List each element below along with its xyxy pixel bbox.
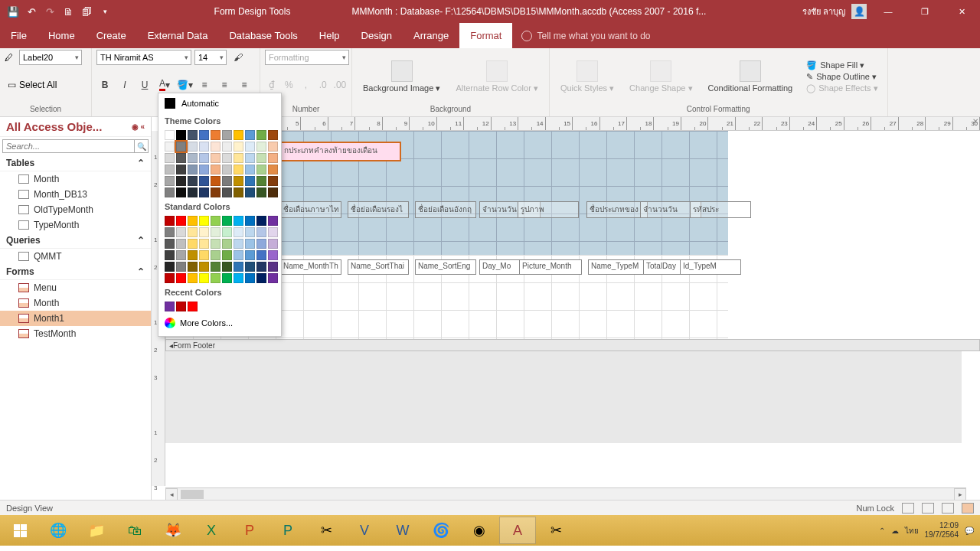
color-swatch[interactable] (245, 250, 255, 260)
color-swatch[interactable] (245, 216, 255, 226)
color-swatch[interactable] (268, 142, 278, 152)
color-swatch[interactable] (199, 165, 209, 174)
tell-me-search[interactable]: Tell me what you want to do (512, 23, 650, 48)
color-swatch[interactable] (188, 153, 198, 163)
color-swatch[interactable] (234, 273, 243, 283)
select-all-button[interactable]: ▭Select All (5, 78, 87, 92)
color-swatch[interactable] (222, 250, 232, 260)
nav-pane-header[interactable]: All Access Obje...◉ « (0, 117, 151, 137)
close-button[interactable]: ✕ (946, 0, 977, 23)
color-swatch[interactable] (256, 130, 266, 140)
color-swatch[interactable] (245, 227, 255, 237)
detail-field[interactable]: Name_TypeM (588, 259, 649, 275)
color-swatch[interactable] (199, 216, 209, 226)
menu-design[interactable]: Design (351, 23, 403, 48)
taskbar-excel[interactable]: X (193, 517, 230, 544)
menu-format[interactable]: Format (459, 23, 512, 48)
color-swatch[interactable] (176, 176, 186, 186)
color-swatch[interactable] (188, 239, 198, 249)
taskbar-visio[interactable]: V (346, 517, 383, 544)
nav-item-month1[interactable]: Month1 (0, 311, 151, 326)
color-swatch[interactable] (211, 239, 220, 249)
color-swatch[interactable] (234, 176, 243, 186)
color-automatic[interactable]: Automatic (158, 93, 281, 113)
color-swatch[interactable] (165, 227, 175, 237)
shape-fill-button[interactable]: 🪣Shape Fill ▾ (806, 60, 877, 70)
color-swatch[interactable] (256, 227, 266, 237)
selected-label[interactable]: กประเภทคำลงท้ายของเดือน (280, 142, 401, 161)
color-swatch[interactable] (188, 176, 198, 186)
taskbar-firefox[interactable]: 🦊 (155, 517, 191, 544)
color-swatch[interactable] (199, 250, 209, 260)
color-swatch[interactable] (234, 187, 243, 197)
detail-field[interactable]: Name_SortThai (348, 259, 409, 275)
color-swatch[interactable] (222, 227, 232, 237)
color-swatch[interactable] (234, 216, 243, 226)
color-swatch[interactable] (188, 216, 198, 226)
nav-search[interactable]: 🔍 (2, 139, 149, 153)
font-color-button[interactable]: A▾ (156, 77, 173, 93)
color-swatch[interactable] (165, 142, 175, 152)
form-footer-bar[interactable]: ◂ Form Footer (165, 339, 980, 351)
nav-item-month[interactable]: Month (0, 171, 151, 187)
header-label[interactable]: รูปภาพ (518, 201, 579, 218)
taskbar-snip2[interactable]: ✂ (537, 517, 574, 544)
color-swatch[interactable] (165, 165, 175, 174)
undo-icon[interactable]: ↶ (23, 3, 40, 20)
color-swatch[interactable] (188, 187, 198, 197)
tray-onedrive-icon[interactable]: ☁ (891, 527, 899, 535)
scroll-thumb[interactable] (181, 490, 204, 499)
color-swatch[interactable] (211, 187, 220, 197)
minimize-button[interactable]: — (873, 0, 903, 23)
color-swatch[interactable] (165, 153, 175, 163)
taskbar-edge[interactable]: 🌀 (423, 517, 459, 544)
italic-button[interactable]: I (116, 77, 133, 93)
header-label[interactable]: ชื่อย่อเดือนอังกฤ (415, 201, 476, 218)
menu-external-data[interactable]: External Data (137, 23, 219, 48)
color-swatch[interactable] (211, 176, 220, 186)
tray-lang[interactable]: ไทย (905, 525, 919, 536)
conditional-formatting-button[interactable]: Conditional Formatting (702, 57, 799, 96)
form-view-button[interactable] (902, 503, 914, 514)
color-swatch[interactable] (268, 130, 278, 140)
color-swatch[interactable] (268, 239, 278, 249)
taskbar-access[interactable]: A (499, 517, 536, 544)
color-swatch[interactable] (211, 130, 220, 140)
color-swatch[interactable] (211, 262, 220, 272)
detail-field[interactable]: Picture_Month (519, 259, 582, 275)
header-label[interactable]: รหัสประ (690, 201, 751, 218)
color-swatch[interactable] (165, 273, 175, 283)
color-swatch[interactable] (176, 239, 186, 249)
nav-item-typemonth[interactable]: TypeMonth (0, 217, 151, 233)
number-format-combo[interactable]: Formatting (265, 50, 349, 65)
detail-field[interactable]: Id_TypeM (680, 259, 741, 275)
color-swatch[interactable] (188, 227, 198, 237)
format-painter-icon[interactable]: 🖌 (230, 50, 247, 65)
nav-search-input[interactable] (2, 139, 135, 153)
color-swatch[interactable] (211, 153, 220, 163)
layout-view-button[interactable] (942, 503, 954, 514)
close-tab-icon[interactable]: ✕ (972, 117, 978, 126)
bold-button[interactable]: B (96, 77, 113, 93)
color-swatch[interactable] (165, 187, 175, 197)
color-swatch[interactable] (245, 130, 255, 140)
color-swatch[interactable] (234, 142, 243, 152)
taskbar-word[interactable]: W (384, 517, 421, 544)
header-label[interactable]: ชื่อประเภทของ (586, 201, 648, 218)
tray-clock[interactable]: 12:09 19/7/2564 (925, 521, 959, 540)
color-swatch[interactable] (211, 165, 220, 174)
color-swatch[interactable] (222, 187, 232, 197)
taskbar-publisher[interactable]: P (270, 517, 306, 544)
print-preview-icon[interactable]: 🗐 (78, 3, 95, 20)
align-right-button[interactable]: ≡ (236, 77, 253, 93)
color-swatch[interactable] (165, 130, 175, 140)
nav-item-month[interactable]: Month (0, 295, 151, 311)
color-swatch[interactable] (268, 227, 278, 237)
nav-item-menu[interactable]: Menu (0, 280, 151, 295)
color-swatch[interactable] (234, 262, 243, 272)
color-swatch[interactable] (199, 239, 209, 249)
color-swatch[interactable] (222, 142, 232, 152)
color-swatch[interactable] (176, 187, 186, 197)
color-swatch[interactable] (176, 216, 186, 226)
color-swatch[interactable] (256, 250, 266, 260)
